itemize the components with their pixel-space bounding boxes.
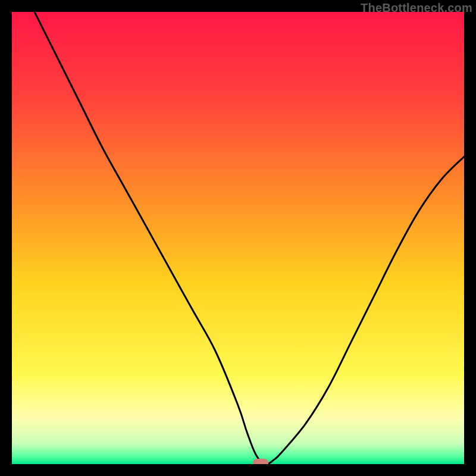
bottleneck-curve xyxy=(12,12,464,464)
optimal-marker xyxy=(253,459,268,464)
chart-frame: TheBottleneck.com xyxy=(0,0,476,476)
attribution-text: TheBottleneck.com xyxy=(361,1,472,15)
plot-area xyxy=(12,12,464,464)
